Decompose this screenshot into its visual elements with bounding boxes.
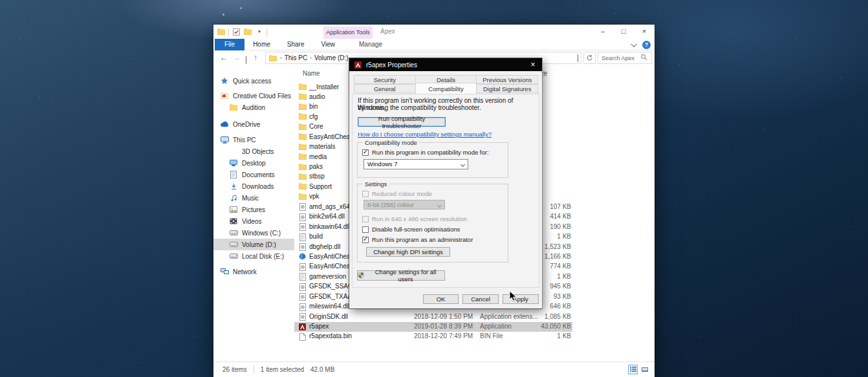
sidebar-item-local-disk-e[interactable]: Local Disk (E:) (213, 250, 294, 262)
file-date-modified: 2019-01-28 8:39 PM (414, 323, 473, 330)
pc-icon (220, 136, 229, 144)
back-icon[interactable]: ← (220, 51, 228, 64)
forward-icon[interactable]: → (233, 51, 241, 64)
dialog-tab-general[interactable]: General (354, 84, 416, 93)
dialog-tab-digital-signatures[interactable]: Digital Signatures (476, 84, 538, 93)
divider (254, 365, 254, 373)
change-dpi-button[interactable]: Change high DPI settings (366, 247, 450, 257)
sidebar-item-volume-d[interactable]: Volume (D:) (213, 239, 294, 250)
button-label: Change settings for all users (367, 268, 444, 283)
intro-text-line2: try running the compatibility troublesho… (358, 104, 481, 111)
chevron-down-icon (437, 203, 442, 208)
dll-icon (298, 313, 307, 321)
file-name: __Installer (309, 83, 339, 91)
checkbox-checked-icon[interactable] (362, 149, 369, 156)
ribbon-tab-view[interactable]: View (313, 39, 344, 50)
history-chevron-icon[interactable] (246, 56, 246, 63)
application-tools-tab[interactable]: Application Tools (323, 27, 373, 39)
dll-icon (298, 293, 307, 301)
ribbon-tab-share[interactable]: Share (279, 39, 313, 50)
name-column-header[interactable]: Name (303, 70, 320, 77)
sidebar-item-label: Videos (242, 218, 261, 225)
sidebar-item-music[interactable]: Music (213, 192, 294, 204)
change-all-users-button[interactable]: Change settings for all users (357, 270, 445, 281)
sidebar-item-this-pc[interactable]: This PC (213, 134, 294, 145)
dialog-tab-compatibility[interactable]: Compatibility (415, 83, 477, 94)
maximize-button[interactable]: □ (613, 25, 634, 39)
file-name: media (309, 153, 327, 160)
breadcrumb-item-volume-d[interactable]: Volume (D:) (314, 54, 349, 61)
checkbox-label: Run in 640 x 480 screen resolution (372, 215, 467, 222)
file-name: audio (309, 93, 325, 100)
sidebar-item-network[interactable]: Network (213, 266, 294, 277)
checkbox-label: Run this program in compatibility mode f… (372, 149, 489, 156)
item-count: 26 items (222, 366, 247, 373)
fullscreen-optimisations-checkbox[interactable]: Disable full-screen optimisations (362, 226, 460, 233)
drive-icon (229, 230, 238, 235)
sidebar-item-quick-access[interactable]: Quick access (213, 75, 294, 87)
properties-check-icon[interactable] (232, 28, 241, 36)
address-dropdown-icon[interactable] (578, 54, 578, 61)
folder-icon (298, 133, 307, 140)
sidebar-item-downloads[interactable]: Downloads (213, 180, 294, 192)
dropdown-value: Windows 7 (367, 160, 397, 167)
search-input[interactable] (600, 54, 640, 62)
sidebar-item-videos[interactable]: Videos (213, 215, 294, 227)
run-troubleshooter-button[interactable]: Run compatibility troubleshooter (358, 117, 446, 127)
sidebar-item-creative-cloud-files[interactable]: Creative Cloud Files (213, 90, 294, 102)
cancel-button[interactable]: Cancel (462, 294, 499, 304)
details-view-icon[interactable] (628, 365, 638, 374)
customize-arrow-icon[interactable]: ▾ (255, 29, 264, 34)
documents-icon (229, 171, 238, 178)
compat-os-dropdown[interactable]: Windows 7 (363, 159, 468, 169)
file-name: bin (309, 103, 318, 110)
minimize-button[interactable]: – (592, 25, 613, 39)
folder-icon (298, 113, 307, 120)
file-icon (298, 333, 307, 341)
new-folder-icon[interactable] (243, 28, 252, 35)
sidebar-item-label: Music (242, 195, 259, 202)
quick-access-toolbar[interactable]: ▾ (217, 27, 267, 36)
folder-icon (298, 124, 307, 130)
file-row-r5apexdata-bin[interactable]: r5apexdata.bin2018-12-20 7:49 PMBIN File… (294, 332, 653, 341)
ok-button[interactable]: OK (423, 294, 459, 304)
starfield (0, 0, 1, 1)
ribbon-tab-row: FileHomeShareViewManage ? (213, 39, 655, 50)
ribbon-tab-file[interactable]: File (215, 39, 244, 50)
sidebar-item-label: OneDrive (233, 121, 260, 128)
collapse-ribbon-icon[interactable] (631, 41, 637, 47)
file-name: stbsp (309, 173, 325, 180)
run-as-admin-checkbox[interactable]: Run this program as an administrator (362, 236, 473, 243)
apply-button[interactable]: Apply (503, 294, 539, 304)
up-icon[interactable]: ↑ (254, 51, 257, 64)
sidebar-item-desktop[interactable]: Desktop (213, 157, 294, 169)
ribbon-tab-manage[interactable]: Manage (351, 39, 391, 50)
dialog-close-icon[interactable]: × (528, 60, 538, 69)
file-row-r5apex[interactable]: r5apex2019-01-28 8:39 PMApplication43,05… (294, 322, 572, 332)
breadcrumb-item-this-pc[interactable]: This PC (285, 54, 308, 61)
refresh-icon[interactable] (583, 52, 596, 64)
sidebar-item-audition[interactable]: Audition (213, 102, 294, 113)
close-button[interactable]: × (634, 25, 655, 39)
sidebar-item-3d-objects[interactable]: 3D Objects (213, 145, 294, 157)
dialog-tab-security[interactable]: Security (354, 75, 416, 84)
sidebar-item-onedrive[interactable]: OneDrive (213, 118, 294, 130)
sidebar-item-pictures[interactable]: Pictures (213, 204, 294, 215)
dialog-tab-previous-versions[interactable]: Previous Versions (476, 75, 538, 84)
ribbon-tab-home[interactable]: Home (244, 39, 279, 50)
compat-mode-checkbox[interactable]: Run this program in compatibility mode f… (362, 149, 489, 156)
checkbox-unchecked-icon[interactable] (362, 226, 369, 233)
file-name: mileswin64.dll (309, 303, 349, 310)
sidebar-item-documents[interactable]: Documents (213, 169, 294, 180)
checkbox-checked-icon[interactable] (362, 237, 369, 243)
folder-icon[interactable] (217, 28, 226, 35)
help-icon[interactable]: ? (642, 41, 651, 49)
chevron-right-icon: › (310, 55, 312, 61)
file-row-originsdk-dll[interactable]: OriginSDK.dll2018-12-09 1:50 PMApplicati… (294, 312, 653, 321)
sidebar-item-windows-c[interactable]: Windows (C:) (213, 227, 294, 239)
search-box[interactable] (598, 52, 652, 64)
sidebar-item-label: Creative Cloud Files (233, 92, 291, 100)
text-file-icon (298, 273, 307, 281)
compatibility-help-link[interactable]: How do I choose compatibility settings m… (358, 131, 492, 138)
thumbnails-view-icon[interactable] (640, 365, 649, 374)
